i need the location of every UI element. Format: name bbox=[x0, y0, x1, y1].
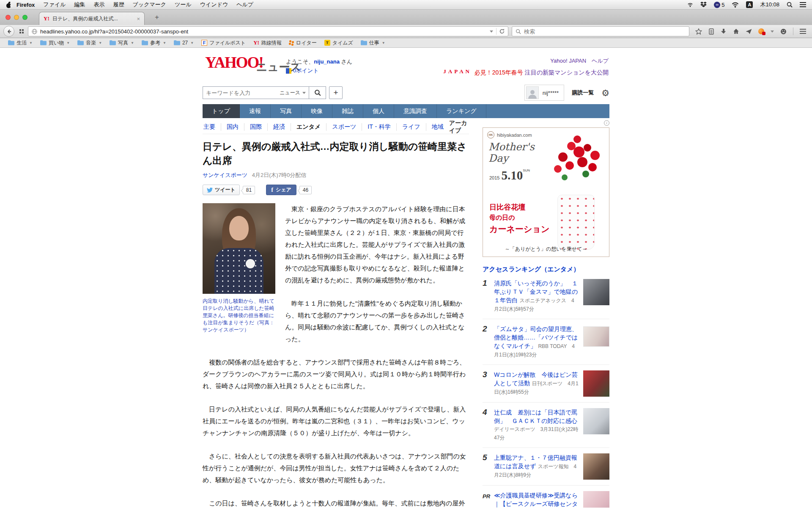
facebook-share-button[interactable]: f シェア bbox=[266, 185, 296, 195]
extension-fox-icon[interactable] bbox=[758, 28, 764, 34]
browser-search-bar[interactable] bbox=[512, 26, 689, 36]
tab-personal[interactable]: 個人 bbox=[363, 104, 394, 118]
menu-window[interactable]: ウインドウ bbox=[196, 1, 233, 8]
url-dropdown-icon[interactable] bbox=[490, 30, 493, 33]
apple-icon[interactable] bbox=[6, 2, 11, 8]
spotlight-icon[interactable] bbox=[787, 2, 793, 8]
downloads-icon[interactable] bbox=[721, 28, 727, 34]
article-photo[interactable] bbox=[203, 203, 275, 294]
dropbox-icon[interactable] bbox=[700, 2, 707, 8]
ranking-heading[interactable]: アクセスランキング（エンタメ） bbox=[483, 265, 609, 273]
home-icon[interactable] bbox=[733, 28, 739, 34]
header-promo[interactable]: 必見！2015年春号 注目の新築マンションを大公開 bbox=[475, 69, 609, 77]
reload-icon[interactable] bbox=[499, 29, 505, 34]
back-button[interactable] bbox=[3, 26, 14, 37]
gear-icon[interactable]: ⚙ bbox=[601, 88, 609, 97]
header-top-links[interactable]: Yahoo! JAPAN ヘルプ bbox=[550, 57, 609, 65]
ad-info-icon[interactable]: i bbox=[604, 120, 609, 126]
ranking-thumbnail[interactable] bbox=[583, 326, 609, 347]
pr-thumbnail[interactable] bbox=[583, 491, 609, 508]
new-tab-button[interactable]: + bbox=[151, 13, 162, 22]
wifi-icon[interactable] bbox=[732, 2, 739, 8]
tab-photo[interactable]: 写真 bbox=[271, 104, 302, 118]
extension-dropdown-icon[interactable] bbox=[771, 30, 774, 33]
bookmark-times[interactable]: T タイムズ bbox=[321, 39, 357, 47]
creative-cloud-icon[interactable]: ∞5 bbox=[714, 2, 724, 8]
subnav-life[interactable]: ライフ bbox=[397, 123, 426, 131]
input-source-icon[interactable]: A bbox=[746, 1, 753, 8]
tab-magazine[interactable]: 雑誌 bbox=[332, 104, 363, 118]
url-bar[interactable] bbox=[28, 26, 508, 36]
menu-firefox[interactable]: Firefox bbox=[14, 2, 39, 8]
menu-help[interactable]: ヘルプ bbox=[232, 1, 258, 8]
ranking-thumbnail[interactable] bbox=[583, 453, 609, 480]
notification-center-icon[interactable] bbox=[800, 2, 806, 3]
yahoo-search-input[interactable] bbox=[206, 90, 277, 96]
subnav-world[interactable]: 国際 bbox=[244, 123, 268, 131]
pr-link[interactable]: ≪介護職員基礎研修≫受講なら｜【ピースクルーズ研修センター】就業支援♪お問い合せ… bbox=[494, 492, 578, 508]
bookmarks-panel-icon[interactable] bbox=[708, 28, 714, 35]
close-window-button[interactable] bbox=[5, 15, 11, 20]
ranking-thumbnail[interactable] bbox=[583, 279, 609, 305]
bookmark-star-icon[interactable] bbox=[695, 28, 702, 35]
bookmark-folder-work[interactable]: 仕事▼ bbox=[357, 39, 389, 47]
send-icon[interactable] bbox=[746, 29, 752, 34]
bookmark-folder-27[interactable]: 27▼ bbox=[170, 40, 198, 46]
tweet-count[interactable]: 81 bbox=[243, 186, 255, 194]
user-box[interactable]: nij***** bbox=[524, 85, 564, 101]
zoom-window-button[interactable] bbox=[22, 15, 27, 20]
menu-hamburger-icon[interactable] bbox=[800, 29, 806, 30]
menu-edit[interactable]: 編集 bbox=[70, 1, 90, 8]
tab-close-button[interactable]: × bbox=[137, 16, 140, 22]
bookmark-reuters[interactable]: ロイター bbox=[285, 39, 321, 47]
archive-link[interactable]: アーカイブ bbox=[449, 119, 469, 135]
tab-flash[interactable]: 速報 bbox=[240, 104, 271, 118]
browser-search-input[interactable] bbox=[524, 28, 686, 35]
minimize-window-button[interactable] bbox=[14, 15, 19, 20]
yahoo-search-box[interactable]: ニュース bbox=[203, 86, 309, 99]
subnav-economy[interactable]: 経済 bbox=[268, 123, 291, 131]
bookmark-folder-shopping[interactable]: 買い物▼ bbox=[36, 39, 74, 47]
bookmark-folder-music[interactable]: 音楽▼ bbox=[74, 39, 106, 47]
promo-link[interactable]: 注目の新築マンションを大公開 bbox=[523, 69, 609, 76]
url-input[interactable] bbox=[40, 28, 487, 35]
grid-icon[interactable] bbox=[19, 29, 21, 31]
bookmark-transit[interactable]: Y! 路線情報 bbox=[250, 39, 285, 47]
menu-history[interactable]: 履歴 bbox=[109, 1, 129, 8]
share-count[interactable]: 46 bbox=[299, 186, 312, 194]
article-source-link[interactable]: サンケイスポーツ bbox=[203, 172, 247, 178]
menu-view[interactable]: 表示 bbox=[90, 1, 109, 8]
display-ad[interactable]: HK hibiyakadan.com Mother's Day 20155.10… bbox=[483, 127, 609, 257]
subnav-sports[interactable]: スポーツ bbox=[326, 123, 362, 131]
subnav-main[interactable]: 主要 bbox=[203, 123, 221, 131]
points-link[interactable]: 0ポイント bbox=[293, 67, 318, 75]
subnav-it-science[interactable]: IT・科学 bbox=[362, 123, 396, 131]
bookmark-fileposte[interactable]: F ファイルポスト bbox=[198, 39, 250, 47]
username-link[interactable]: niju_nana bbox=[314, 58, 340, 65]
tweet-button[interactable]: ツイート bbox=[203, 185, 240, 195]
menu-file[interactable]: ファイル bbox=[39, 1, 70, 8]
bookmark-folder-life[interactable]: 生活▼ bbox=[4, 39, 36, 47]
menu-bookmarks[interactable]: ブックマーク bbox=[129, 1, 171, 8]
subnav-entertainment[interactable]: エンタメ bbox=[291, 123, 326, 131]
yahoo-search-button[interactable] bbox=[309, 86, 326, 99]
search-category[interactable]: ニュース bbox=[280, 89, 300, 97]
tab-ranking[interactable]: ランキング bbox=[437, 104, 486, 118]
ranking-link[interactable]: 辻仁成 差別には「日本語で罵倒」 ＧＡＣＫＴの対応に感心 bbox=[494, 409, 577, 424]
smiley-icon[interactable] bbox=[780, 28, 787, 35]
browser-tab[interactable]: Y! 日テレ、異例の厳戒入社式... × bbox=[39, 12, 145, 25]
tab-poll[interactable]: 意識調査 bbox=[394, 104, 437, 118]
category-dropdown-icon[interactable] bbox=[302, 92, 306, 94]
ranking-thumbnail[interactable] bbox=[583, 370, 609, 397]
menubar-clock[interactable]: 木10:08 bbox=[760, 1, 779, 8]
tab-video[interactable]: 映像 bbox=[302, 104, 332, 118]
bookmark-folder-reference[interactable]: 参考▼ bbox=[138, 39, 170, 47]
ranking-thumbnail[interactable] bbox=[583, 408, 609, 434]
add-tab-button[interactable]: + bbox=[329, 86, 343, 99]
tab-top[interactable]: トップ bbox=[203, 104, 240, 118]
bookmark-folder-photo[interactable]: 写真▼ bbox=[106, 39, 138, 47]
subnav-region[interactable]: 地域 bbox=[426, 123, 449, 131]
subscriptions-link[interactable]: 購読一覧 bbox=[572, 89, 594, 97]
hotspot-icon[interactable] bbox=[687, 3, 693, 7]
subnav-domestic[interactable]: 国内 bbox=[221, 123, 244, 131]
